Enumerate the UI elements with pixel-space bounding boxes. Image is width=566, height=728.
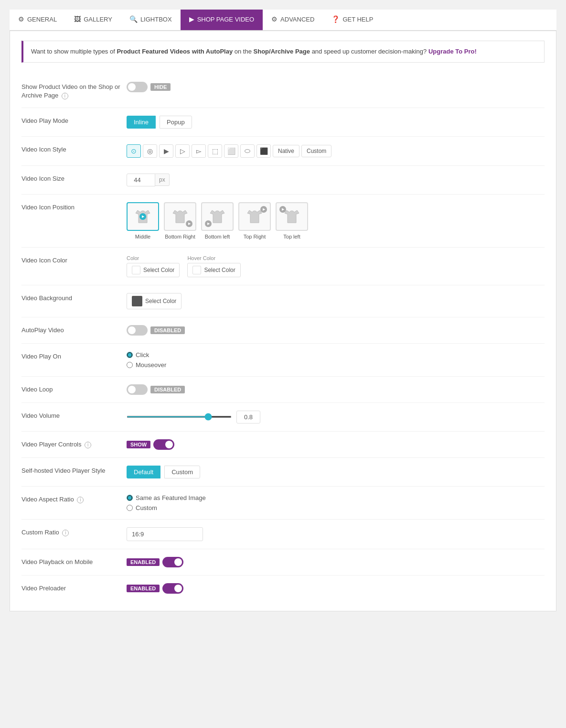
video-aspect-ratio-row: Video Aspect Ratio i Same as Featured Im…	[21, 487, 545, 520]
player-controls-info[interactable]: i	[85, 442, 91, 448]
gallery-icon: 🖼	[74, 15, 81, 23]
tab-shop-page-video[interactable]: ▶ SHOP PAGE VIDEO	[181, 10, 263, 30]
volume-value-input[interactable]	[236, 411, 260, 424]
show-product-video-row: Show Product Video on the Shop or Archiv…	[21, 74, 545, 108]
autoplay-toggle[interactable]	[127, 325, 148, 336]
aspect-ratio-radio-group: Same as Featured Image Custom	[127, 494, 206, 511]
icon-style-btn-6[interactable]: ⬜	[224, 144, 238, 158]
color-select-btn[interactable]: Select Color	[127, 263, 180, 277]
autoplay-badge: DISABLED	[150, 326, 185, 334]
show-product-video-toggle[interactable]	[127, 82, 148, 92]
hover-color-swatch	[192, 266, 201, 274]
video-bg-color-btn[interactable]: Select Color	[127, 293, 182, 309]
video-preloader-row: Video Preloader ENABLED	[21, 576, 545, 601]
tab-lightbox[interactable]: 🔍 LIGHTBOX	[121, 10, 181, 30]
player-controls-toggle-group: SHOW	[127, 439, 174, 450]
video-background-control: Select Color	[127, 293, 545, 309]
video-aspect-ratio-label: Video Aspect Ratio i	[21, 494, 127, 504]
icon-style-btn-8[interactable]: ⬛	[256, 144, 271, 158]
play-dot-top-right: ▶	[260, 206, 267, 213]
icon-style-btn-7[interactable]: ⬭	[240, 144, 255, 158]
mode-popup-btn[interactable]: Popup	[160, 116, 192, 129]
tab-gallery[interactable]: 🖼 GALLERY	[65, 10, 121, 30]
icon-style-btn-0[interactable]: ⊙	[127, 144, 141, 158]
general-icon: ⚙	[18, 15, 24, 23]
show-product-video-info[interactable]: i	[62, 93, 68, 99]
video-icon-color-control: Color Select Color Hover Color Select Co…	[127, 255, 545, 277]
play-dot-top-left: ▶	[279, 206, 286, 213]
show-product-video-label: Show Product Video on the Shop or Archiv…	[21, 82, 127, 100]
color-group: Color Select Color Hover Color Select Co…	[127, 255, 241, 277]
video-icon-position-row: Video Icon Position ▶ Middle	[21, 195, 545, 248]
tab-advanced[interactable]: ⚙ ADVANCED	[263, 10, 323, 30]
custom-ratio-info[interactable]: i	[62, 530, 69, 536]
icon-style-native-btn[interactable]: Native	[273, 145, 299, 157]
video-player-controls-label: Video Player Controls i	[21, 439, 127, 449]
position-top-left[interactable]: ▶ Top left	[276, 202, 308, 239]
position-bottom-right[interactable]: ▶ Bottom Right	[164, 202, 196, 239]
icon-style-group: ⊙ ◎ ▶ ▷ ▻ ⬚ ⬜ ⬭ ⬛ Native Custom	[127, 144, 331, 158]
icon-size-input[interactable]	[127, 174, 155, 186]
video-volume-label: Video Volume	[21, 411, 127, 420]
tab-get-help[interactable]: ❓ GET HELP	[323, 10, 382, 30]
tab-general[interactable]: ⚙ GENERAL	[10, 10, 65, 30]
loop-toggle-group: DISABLED	[127, 384, 185, 395]
tabs-bar: ⚙ GENERAL 🖼 GALLERY 🔍 LIGHTBOX ▶ SHOP PA…	[10, 10, 556, 31]
aspect-ratio-custom[interactable]: Custom	[127, 504, 206, 511]
aspect-ratio-info[interactable]: i	[77, 497, 84, 503]
video-preloader-label: Video Preloader	[21, 583, 127, 593]
video-icon-style-label: Video Icon Style	[21, 144, 127, 154]
play-on-mouseover[interactable]: Mouseover	[127, 361, 166, 369]
position-top-left-label: Top left	[283, 234, 300, 239]
mobile-toggle[interactable]	[162, 557, 183, 567]
loop-toggle[interactable]	[127, 384, 148, 395]
bg-swatch	[132, 296, 142, 306]
position-middle[interactable]: ▶ Middle	[127, 202, 159, 239]
custom-ratio-input[interactable]	[127, 527, 203, 541]
icon-style-btn-1[interactable]: ◎	[143, 144, 157, 158]
aspect-ratio-featured[interactable]: Same as Featured Image	[127, 494, 206, 501]
video-icon-size-row: Video Icon Size px	[21, 166, 545, 195]
color-swatch	[132, 266, 140, 274]
style-default-btn[interactable]: Default	[127, 466, 160, 478]
mobile-toggle-group: ENABLED	[127, 557, 183, 567]
hover-color-select-btn[interactable]: Select Color	[187, 263, 240, 277]
autoplay-video-control: DISABLED	[127, 325, 545, 336]
position-top-right-label: Top Right	[244, 234, 266, 239]
play-on-click[interactable]: Click	[127, 351, 166, 359]
position-top-right[interactable]: ▶ Top Right	[238, 202, 271, 239]
video-loop-row: Video Loop DISABLED	[21, 377, 545, 403]
color-wrap: Color Select Color	[127, 255, 180, 277]
video-loop-control: DISABLED	[127, 384, 545, 395]
autoplay-toggle-group: DISABLED	[127, 325, 185, 336]
video-icon-position-label: Video Icon Position	[21, 202, 127, 212]
advanced-icon: ⚙	[271, 15, 278, 23]
icon-style-btn-3[interactable]: ▷	[175, 144, 190, 158]
style-custom-btn[interactable]: Custom	[164, 466, 200, 478]
position-bottom-right-box: ▶	[164, 202, 196, 231]
position-bottom-left[interactable]: ▶ Bottom left	[201, 202, 234, 239]
position-middle-box: ▶	[127, 202, 159, 231]
icon-style-btn-5[interactable]: ⬚	[208, 144, 222, 158]
page-wrapper: ⚙ GENERAL 🖼 GALLERY 🔍 LIGHTBOX ▶ SHOP PA…	[0, 0, 566, 728]
video-playback-mobile-control: ENABLED	[127, 557, 545, 567]
upgrade-link[interactable]: Upgrade To Pro!	[428, 48, 477, 55]
hover-color-wrap: Hover Color Select Color	[187, 255, 240, 277]
autoplay-video-label: AutoPlay Video	[21, 325, 127, 335]
preloader-toggle[interactable]	[162, 583, 183, 594]
hover-color-label: Hover Color	[187, 255, 240, 261]
icon-size-unit: px	[155, 174, 170, 186]
volume-slider[interactable]	[127, 416, 232, 418]
player-controls-badge: SHOW	[127, 441, 150, 448]
icon-style-btn-4[interactable]: ▻	[192, 144, 206, 158]
icon-style-btn-2[interactable]: ▶	[159, 144, 173, 158]
main-content: Want to show multiple types of Product F…	[10, 31, 556, 611]
mode-inline-btn[interactable]: Inline	[127, 116, 156, 129]
shop-video-icon: ▶	[189, 15, 194, 23]
icon-style-custom-btn[interactable]: Custom	[301, 145, 331, 157]
show-product-video-control: HIDE	[127, 82, 545, 92]
position-bottom-left-label: Bottom left	[205, 234, 230, 239]
player-controls-toggle[interactable]	[153, 439, 174, 450]
play-dot-bottom-right: ▶	[186, 220, 192, 227]
video-play-mode-control: Inline Popup	[127, 116, 545, 129]
